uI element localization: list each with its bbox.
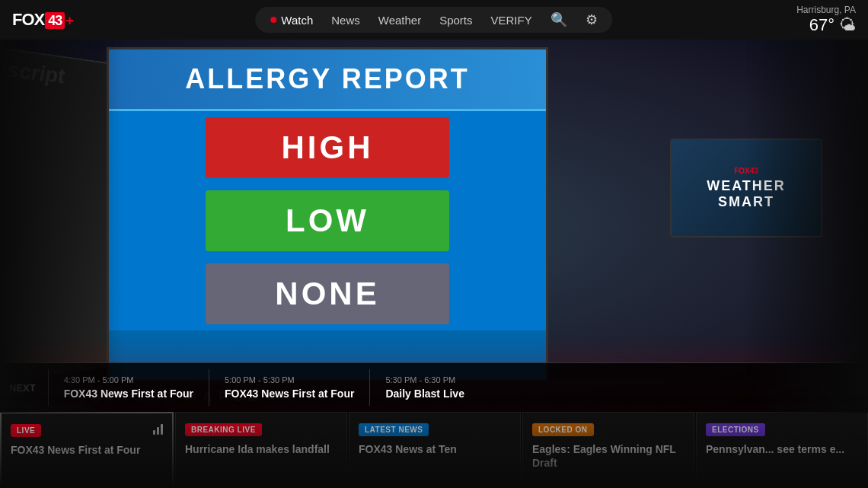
nav-sports[interactable]: Sports: [439, 14, 472, 27]
nav-watch[interactable]: Watch: [270, 14, 313, 27]
weather-city: Harrisburg, PA: [796, 5, 856, 15]
allergy-low-row: LOW: [124, 190, 531, 251]
settings-icon[interactable]: ⚙: [586, 11, 598, 28]
hero-right-fade: [746, 40, 868, 413]
nav-verify[interactable]: VERIFY: [491, 14, 532, 27]
nav-weather[interactable]: Weather: [378, 14, 421, 27]
logo-text: FOX43+: [12, 10, 73, 30]
logo: FOX43+: [12, 10, 73, 30]
allergy-grid: HIGH LOW NONE: [109, 111, 546, 330]
nav-bar: Watch News Weather Sports VERIFY 🔍 ⚙: [255, 7, 612, 33]
allergy-none-row: NONE: [124, 263, 531, 324]
allergy-low-badge: LOW: [206, 190, 449, 251]
hero-left-fade: [0, 40, 122, 413]
logo-plus: +: [65, 13, 73, 28]
allergy-none-badge: NONE: [206, 263, 449, 324]
hero-bottom-fade: [0, 397, 868, 488]
next-time-3: 5:30 PM - 6:30 PM: [385, 375, 491, 384]
nav-news[interactable]: News: [331, 14, 360, 27]
weather-temp: 67°: [809, 15, 834, 35]
main-content: oscript ALLERGY REPORT HIGH LOW NONE FOX…: [0, 40, 868, 488]
logo-43: 43: [45, 12, 65, 29]
header: FOX43+ Watch News Weather Sports VERIFY …: [0, 0, 868, 40]
allergy-high-row: HIGH: [124, 117, 531, 178]
allergy-high-badge: HIGH: [206, 117, 449, 178]
nav-active-dot: [270, 17, 276, 23]
weather-widget: Harrisburg, PA 67° 🌤: [796, 5, 856, 35]
allergy-report-title: ALLERGY REPORT: [109, 49, 546, 111]
weather-icon: 🌤: [839, 15, 856, 35]
hero-background: oscript ALLERGY REPORT HIGH LOW NONE FOX…: [0, 40, 868, 413]
logo-fox: FOX: [12, 10, 44, 29]
header-right: Harrisburg, PA 67° 🌤: [796, 5, 856, 35]
allergy-display-screen: ALLERGY REPORT HIGH LOW NONE: [107, 47, 548, 382]
search-icon[interactable]: 🔍: [550, 11, 567, 28]
next-time-2: 5:00 PM - 5:30 PM: [225, 375, 354, 384]
